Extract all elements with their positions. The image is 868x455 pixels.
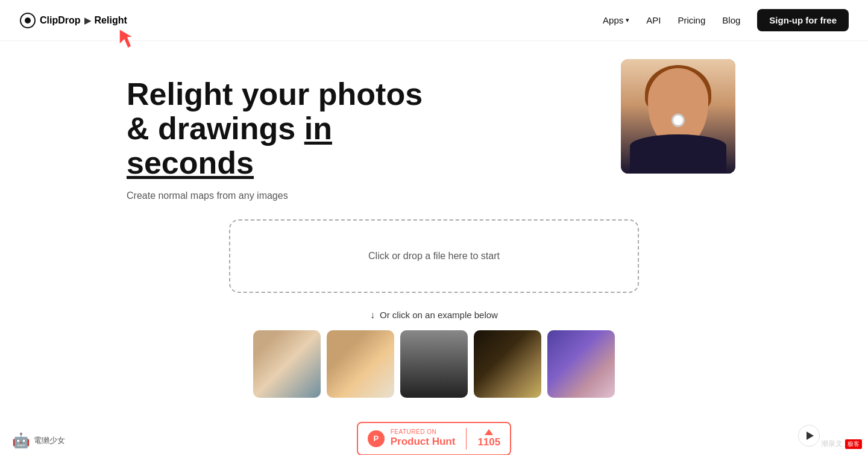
examples-section: ↓ Or click on an example below [253, 310, 615, 398]
hero-image [621, 59, 735, 174]
hero-subtitle: Create normal maps from any images [127, 190, 585, 201]
example-thumbnail-3[interactable] [400, 330, 468, 398]
mascot-watermark: 🤖 電獺少女 [12, 432, 65, 449]
mascot-text: 電獺少女 [34, 435, 65, 446]
example-thumbnail-1[interactable] [253, 330, 321, 398]
site-watermark: 潮泉文 极客 [821, 439, 862, 449]
ph-divider [466, 428, 467, 450]
ph-upvote-icon [485, 429, 493, 435]
api-nav-link[interactable]: API [646, 15, 661, 25]
svg-point-1 [25, 17, 31, 24]
examples-row [253, 330, 615, 398]
ph-count-block: 1105 [477, 429, 500, 448]
product-name-label: Relight [95, 15, 127, 26]
hero-image-container [621, 59, 741, 180]
nav-separator: ▶ [84, 16, 91, 25]
example-thumbnail-5[interactable] [547, 330, 615, 398]
pricing-nav-link[interactable]: Pricing [678, 15, 705, 25]
product-hunt-icon: P [368, 430, 385, 447]
drop-zone-wrapper: Click or drop a file here to start [229, 219, 639, 293]
play-icon [807, 431, 814, 440]
watermark-badge: 极客 [845, 439, 862, 449]
light-dot [671, 114, 685, 127]
hero-title: Relight your photos & drawings in second… [127, 77, 585, 181]
product-hunt-text: FEATURED ON Product Hunt [391, 428, 456, 448]
main-content: Relight your photos & drawings in second… [0, 41, 868, 455]
apps-nav-link[interactable]: Apps ▾ [603, 15, 629, 25]
watermark-text: 潮泉文 [821, 439, 843, 449]
product-hunt-badge[interactable]: P FEATURED ON Product Hunt 1105 [357, 422, 511, 455]
video-play-button[interactable] [798, 425, 820, 447]
navigation: ClipDrop ▶ Relight Apps ▾ API Pricing Bl… [0, 0, 868, 41]
shoulders-element [630, 134, 726, 174]
hero-text-block: Relight your photos & drawings in second… [127, 59, 585, 201]
example-thumbnail-2[interactable] [327, 330, 394, 398]
clipdrop-label: ClipDrop [40, 15, 81, 26]
chevron-down-icon: ▾ [626, 16, 629, 24]
file-drop-zone[interactable]: Click or drop a file here to start [229, 219, 639, 293]
blog-nav-link[interactable]: Blog [722, 15, 740, 25]
drop-zone-label: Click or drop a file here to start [368, 251, 500, 261]
ph-vote-count: 1105 [477, 436, 500, 448]
nav-brand[interactable]: ClipDrop ▶ Relight [19, 12, 127, 29]
mascot-emoji: 🤖 [12, 432, 30, 449]
example-thumbnail-4[interactable] [474, 330, 541, 398]
examples-label: ↓ Or click on an example below [370, 310, 498, 321]
hero-section: Relight your photos & drawings in second… [102, 59, 766, 201]
clipdrop-logo-icon [19, 12, 36, 29]
signup-button[interactable]: Sign-up for free [757, 9, 849, 31]
arrow-down-icon: ↓ [370, 310, 375, 321]
nav-links: Apps ▾ API Pricing Blog Sign-up for free [603, 9, 849, 31]
